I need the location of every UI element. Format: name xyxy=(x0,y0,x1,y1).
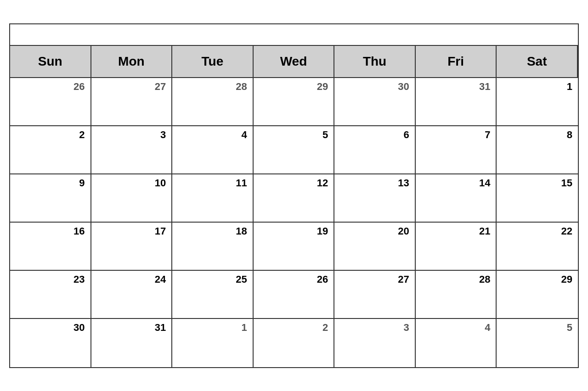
day-cell[interactable]: 7 xyxy=(416,126,497,174)
day-cell[interactable]: 11 xyxy=(172,174,254,223)
day-cell[interactable]: 26 xyxy=(254,271,335,319)
day-number: 12 xyxy=(257,177,330,189)
day-cell[interactable]: 13 xyxy=(334,174,416,223)
day-cell[interactable]: 31 xyxy=(91,319,173,367)
day-number: 28 xyxy=(176,81,249,93)
day-number: 5 xyxy=(257,129,330,141)
day-cell[interactable]: 27 xyxy=(334,271,416,319)
day-cell[interactable]: 27 xyxy=(91,78,173,126)
day-number: 9 xyxy=(14,177,87,189)
day-number: 26 xyxy=(257,274,330,285)
day-cell[interactable]: 19 xyxy=(254,223,335,271)
day-number: 31 xyxy=(95,322,168,334)
day-number: 5 xyxy=(500,322,574,334)
day-number: 29 xyxy=(257,81,330,93)
day-cell[interactable]: 2 xyxy=(10,126,91,174)
day-header-thu: Thu xyxy=(334,46,416,78)
day-number: 13 xyxy=(338,177,411,189)
day-number: 26 xyxy=(14,81,87,93)
day-cell[interactable]: 31 xyxy=(416,78,497,126)
day-number: 7 xyxy=(419,129,492,141)
day-number: 25 xyxy=(176,274,249,285)
day-number: 16 xyxy=(14,225,87,237)
day-header-sat: Sat xyxy=(497,46,578,78)
day-number: 27 xyxy=(95,81,168,93)
day-cell[interactable]: 20 xyxy=(334,223,416,271)
day-cell[interactable]: 14 xyxy=(416,174,497,223)
day-cell[interactable]: 26 xyxy=(10,78,91,126)
calendar-grid: SunMonTueWedThuFriSat2627282930311234567… xyxy=(10,46,578,367)
day-number: 28 xyxy=(419,274,492,285)
day-number: 24 xyxy=(95,274,168,285)
day-cell[interactable]: 30 xyxy=(10,319,91,367)
day-number: 29 xyxy=(500,274,574,285)
day-number: 22 xyxy=(500,225,574,237)
day-cell[interactable]: 4 xyxy=(416,319,497,367)
day-cell[interactable]: 4 xyxy=(172,126,254,174)
day-header-sun: Sun xyxy=(10,46,91,78)
day-cell[interactable]: 3 xyxy=(91,126,173,174)
day-cell[interactable]: 12 xyxy=(254,174,335,223)
calendar-title xyxy=(10,24,578,46)
day-number: 19 xyxy=(257,225,330,237)
day-number: 23 xyxy=(14,274,87,285)
day-cell[interactable]: 28 xyxy=(172,78,254,126)
day-number: 21 xyxy=(419,225,492,237)
day-cell[interactable]: 5 xyxy=(254,126,335,174)
day-number: 3 xyxy=(338,322,411,334)
day-number: 10 xyxy=(95,177,168,189)
day-number: 18 xyxy=(176,225,249,237)
day-cell[interactable]: 22 xyxy=(497,223,578,271)
day-number: 31 xyxy=(419,81,492,93)
day-cell[interactable]: 5 xyxy=(497,319,578,367)
day-cell[interactable]: 1 xyxy=(497,78,578,126)
day-cell[interactable]: 30 xyxy=(334,78,416,126)
day-cell[interactable]: 29 xyxy=(254,78,335,126)
day-cell[interactable]: 8 xyxy=(497,126,578,174)
day-number: 11 xyxy=(176,177,249,189)
day-header-mon: Mon xyxy=(91,46,173,78)
day-number: 14 xyxy=(419,177,492,189)
day-cell[interactable]: 21 xyxy=(416,223,497,271)
day-number: 4 xyxy=(176,129,249,141)
day-cell[interactable]: 9 xyxy=(10,174,91,223)
day-cell[interactable]: 6 xyxy=(334,126,416,174)
day-cell[interactable]: 15 xyxy=(497,174,578,223)
day-cell[interactable]: 2 xyxy=(254,319,335,367)
day-header-fri: Fri xyxy=(416,46,497,78)
day-number: 1 xyxy=(500,81,574,93)
calendar: SunMonTueWedThuFriSat2627282930311234567… xyxy=(9,23,579,368)
day-number: 2 xyxy=(257,322,330,334)
day-number: 30 xyxy=(14,322,87,334)
day-cell[interactable]: 25 xyxy=(172,271,254,319)
day-cell[interactable]: 18 xyxy=(172,223,254,271)
day-cell[interactable]: 17 xyxy=(91,223,173,271)
day-number: 6 xyxy=(338,129,411,141)
day-cell[interactable]: 1 xyxy=(172,319,254,367)
day-header-wed: Wed xyxy=(254,46,335,78)
day-number: 8 xyxy=(500,129,574,141)
day-cell[interactable]: 16 xyxy=(10,223,91,271)
day-number: 17 xyxy=(95,225,168,237)
day-cell[interactable]: 3 xyxy=(334,319,416,367)
day-cell[interactable]: 28 xyxy=(416,271,497,319)
day-cell[interactable]: 10 xyxy=(91,174,173,223)
day-number: 3 xyxy=(95,129,168,141)
day-cell[interactable]: 23 xyxy=(10,271,91,319)
day-number: 20 xyxy=(338,225,411,237)
day-number: 15 xyxy=(500,177,574,189)
day-number: 27 xyxy=(338,274,411,285)
day-cell[interactable]: 29 xyxy=(497,271,578,319)
day-number: 4 xyxy=(419,322,492,334)
day-header-tue: Tue xyxy=(172,46,254,78)
day-number: 1 xyxy=(176,322,249,334)
day-number: 2 xyxy=(14,129,87,141)
day-number: 30 xyxy=(338,81,411,93)
day-cell[interactable]: 24 xyxy=(91,271,173,319)
